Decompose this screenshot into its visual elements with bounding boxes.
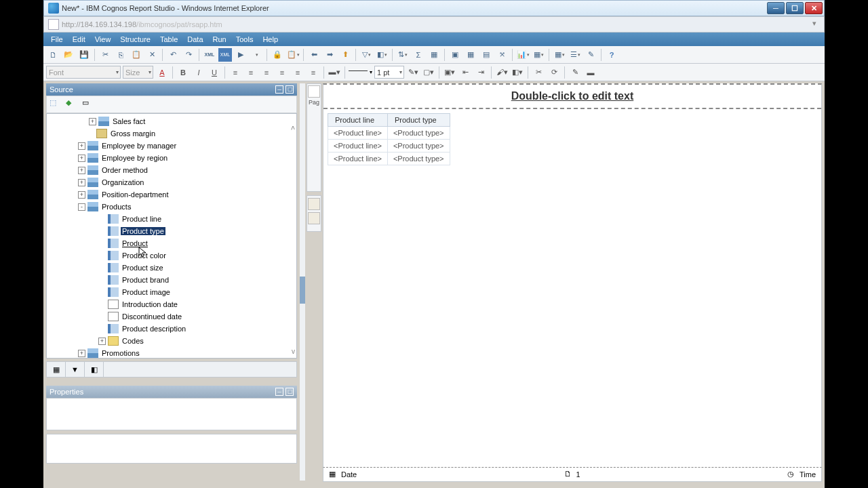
bg-color-icon[interactable]: ▬▾ [328, 66, 341, 79]
align-middle-icon[interactable]: ≡ [291, 66, 304, 79]
tree-item[interactable]: +Codes [47, 335, 296, 347]
undo-icon[interactable]: ↶ [166, 48, 180, 62]
page-explorer-icon[interactable] [308, 85, 320, 98]
scroll-down-icon[interactable]: v [292, 348, 295, 355]
tree-item[interactable]: Product type [47, 225, 296, 237]
align-left-icon[interactable]: ≡ [229, 66, 242, 79]
copy-icon[interactable]: ⎘ [114, 48, 127, 62]
expander-icon[interactable]: + [98, 338, 106, 345]
insert-table-icon[interactable]: ▦ [553, 48, 566, 62]
group-icon[interactable]: ▣ [448, 48, 462, 62]
forward-icon[interactable]: ➡ [323, 48, 336, 62]
tree-item[interactable]: Product description [47, 323, 296, 335]
panel-restore-icon[interactable]: ☐ [285, 85, 294, 94]
style-icon[interactable]: 🖌▾ [495, 66, 509, 79]
list-cell[interactable]: <Product type> [387, 127, 450, 140]
align-bottom-icon[interactable]: ≡ [307, 66, 320, 79]
tree-item[interactable]: Gross margin [47, 127, 296, 140]
open-icon[interactable]: 📂 [62, 48, 75, 62]
list-cell[interactable]: <Product line> [328, 140, 388, 152]
tree-item[interactable]: +Employee by region [47, 152, 296, 164]
source-tree[interactable]: +Sales factGross margin+Employee by mana… [46, 113, 297, 359]
section-icon[interactable]: ▤ [479, 48, 493, 62]
tree-item[interactable]: +Order method [47, 164, 296, 176]
indent-right-icon[interactable]: ⇥ [474, 66, 488, 79]
apply-icon[interactable]: ⟳ [547, 66, 561, 79]
expander-icon[interactable]: + [78, 142, 85, 150]
menu-help[interactable]: Help [258, 34, 283, 45]
tree-item[interactable]: Product line [47, 213, 296, 225]
tree-item[interactable]: Product size [47, 262, 296, 274]
tab-condition-icon[interactable]: ◧ [85, 362, 104, 377]
tab-query-icon[interactable]: ▼ [66, 362, 85, 377]
indent-left-icon[interactable]: ⇤ [458, 66, 472, 79]
list-cell[interactable]: <Product type> [387, 140, 450, 152]
build-icon[interactable]: ✎ [584, 48, 597, 62]
tree-item[interactable]: +Promotions [47, 347, 296, 359]
suppress-icon[interactable]: ◧ [375, 48, 389, 62]
toolbox-icon[interactable]: ▭ [82, 98, 94, 110]
address-bar[interactable]: http://184.169.134.198/ibmcognos/pat/rsa… [43, 16, 825, 33]
menu-view[interactable]: View [90, 34, 116, 45]
minimize-button[interactable]: ─ [767, 2, 785, 14]
properties-grid[interactable] [46, 398, 297, 430]
menu-run[interactable]: Run [208, 34, 231, 45]
align-center-icon[interactable]: ≡ [244, 66, 258, 79]
redo-icon[interactable]: ↷ [182, 48, 195, 62]
line-color-icon[interactable]: ✎▾ [406, 66, 420, 79]
expander-icon[interactable]: + [78, 191, 85, 199]
aggregate-icon[interactable]: ☰ [568, 48, 582, 62]
tree-item[interactable]: +Organization [47, 176, 296, 188]
report-title-placeholder[interactable]: Double-click to edit text [323, 85, 821, 109]
pivot-icon[interactable]: ▦ [464, 48, 477, 62]
tree-item[interactable]: Introduction date [47, 298, 296, 310]
save-icon[interactable]: 💾 [77, 48, 91, 62]
tree-item[interactable]: +Position-department [47, 188, 296, 201]
scroll-up-icon[interactable]: ʌ [291, 123, 295, 131]
menu-tools[interactable]: Tools [231, 34, 258, 45]
menu-structure[interactable]: Structure [115, 34, 155, 45]
align-right-icon[interactable]: ≡ [260, 66, 273, 79]
run-icon[interactable]: ▶ [234, 48, 248, 62]
calc-icon[interactable]: ▦ [427, 48, 441, 62]
source-tab-icon[interactable]: ⬚ [50, 98, 62, 110]
tab-explorer-icon[interactable]: ▦ [47, 362, 66, 377]
col-header[interactable]: Product type [387, 114, 450, 127]
italic-icon[interactable]: I [192, 66, 205, 79]
tree-item[interactable]: -Products [47, 201, 296, 213]
data-items-icon[interactable]: ◆ [66, 98, 78, 110]
list-cell[interactable]: <Product line> [328, 152, 388, 165]
panel-minimize-icon[interactable]: ─ [275, 85, 283, 94]
maximize-button[interactable]: ☐ [786, 2, 804, 14]
prop-restore-icon[interactable]: ☐ [285, 388, 294, 396]
page-layer1-icon[interactable] [308, 198, 320, 210]
highlighter-icon[interactable]: ▬ [584, 66, 597, 79]
address-dropdown-icon[interactable]: ▾ [809, 19, 820, 30]
report-canvas[interactable]: Double-click to edit text Product line P… [323, 83, 822, 468]
eyedropper-icon[interactable]: ✎ [568, 66, 582, 79]
align-top-icon[interactable]: ≡ [275, 66, 289, 79]
font-color-icon[interactable]: A [155, 66, 169, 79]
menu-file[interactable]: File [46, 34, 68, 45]
tree-item[interactable]: Product image [47, 286, 296, 298]
tree-item[interactable]: Product brand [47, 274, 296, 286]
up-icon[interactable]: ⬆ [338, 48, 352, 62]
tree-item[interactable]: +Employee by manager [47, 140, 296, 152]
menu-edit[interactable]: Edit [68, 34, 90, 45]
expander-icon[interactable]: + [89, 118, 96, 125]
line-style-icon[interactable] [349, 70, 368, 79]
delete-icon[interactable]: ✕ [145, 48, 159, 62]
page-layer2-icon[interactable] [308, 212, 320, 224]
run-dropdown[interactable] [250, 48, 263, 62]
new-icon[interactable]: 🗋 [46, 48, 60, 62]
menu-data[interactable]: Data [182, 34, 208, 45]
padding-icon[interactable]: ▣▾ [443, 66, 456, 79]
bold-icon[interactable]: B [176, 66, 190, 79]
close-button[interactable]: ✕ [805, 2, 823, 14]
line-weight-combo[interactable]: 1 pt [374, 66, 404, 79]
paste-icon[interactable]: 📋 [130, 48, 143, 62]
clipboard-icon[interactable]: 📋 [286, 48, 300, 62]
sort-icon[interactable]: ⇅ [396, 48, 410, 62]
size-combo[interactable]: Size [123, 66, 153, 79]
list-cell[interactable]: <Product type> [387, 152, 450, 165]
